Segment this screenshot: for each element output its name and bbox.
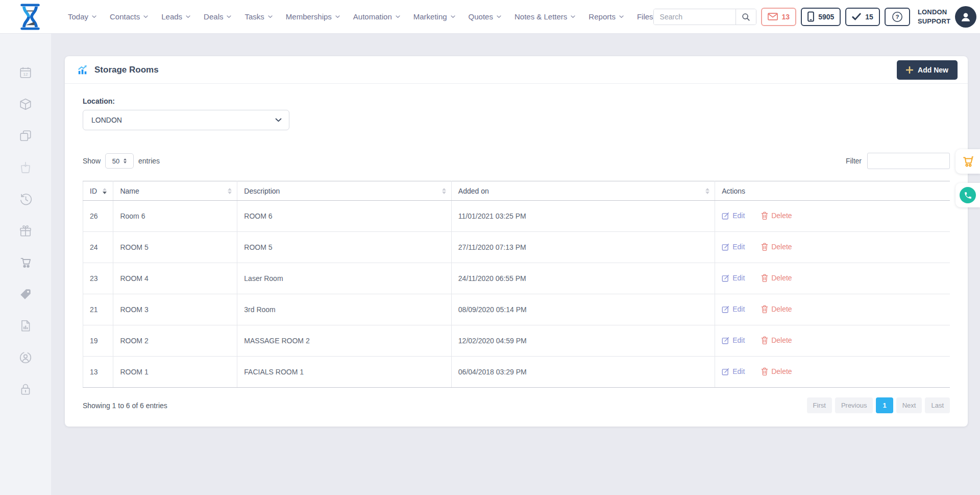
nav-item-reports[interactable]: Reports (589, 12, 624, 21)
left-sidebar: 12 (0, 34, 51, 495)
delete-button[interactable]: Delete (761, 211, 792, 220)
table-row: 19 ROOM 2 MASSAGE ROOM 2 12/02/2020 04:5… (83, 325, 950, 357)
check-icon (852, 13, 861, 20)
top-navbar: Today Contacts Leads Deals Tasks Members… (0, 0, 980, 34)
calls-badge[interactable]: 5905 (801, 8, 841, 26)
column-header-id[interactable]: ID (83, 181, 113, 201)
chevron-down-icon (227, 15, 231, 18)
cell-name: ROOM 3 (113, 294, 237, 325)
cell-added-on: 06/04/2018 03:29 PM (451, 357, 715, 388)
envelope-icon (768, 13, 778, 20)
cell-actions: Edit Delete (715, 201, 950, 232)
delete-button[interactable]: Delete (761, 367, 792, 375)
cell-actions: Edit Delete (715, 325, 950, 357)
sort-icon (442, 188, 446, 194)
cell-actions: Edit Delete (715, 294, 950, 325)
filter-input[interactable] (867, 153, 950, 169)
gift-icon[interactable] (19, 224, 32, 238)
cell-id: 13 (83, 357, 113, 388)
cell-added-on: 24/11/2020 06:55 PM (451, 263, 715, 294)
copy-icon[interactable] (19, 129, 32, 143)
global-search (653, 9, 756, 25)
cell-actions: Edit Delete (715, 263, 950, 294)
nav-item-leads[interactable]: Leads (161, 12, 190, 21)
calendar-icon[interactable]: 12 (19, 66, 32, 79)
report-icon[interactable] (19, 319, 32, 333)
lock-icon[interactable] (19, 383, 32, 396)
table-row: 26 Room 6 ROOM 6 11/01/2021 03:25 PM Edi… (83, 201, 950, 232)
nav-item-tasks[interactable]: Tasks (244, 12, 272, 21)
search-input[interactable] (654, 9, 736, 25)
nav-item-marketing[interactable]: Marketing (413, 12, 455, 21)
delete-button[interactable]: Delete (761, 336, 792, 344)
nav-item-memberships[interactable]: Memberships (286, 12, 340, 21)
nav-item-deals[interactable]: Deals (204, 12, 231, 21)
shopping-cart-fab[interactable] (955, 149, 980, 174)
history-icon[interactable] (19, 193, 32, 206)
edit-button[interactable]: Edit (722, 211, 745, 220)
cell-description: ROOM 6 (237, 201, 452, 232)
edit-button[interactable]: Edit (722, 274, 745, 282)
nav-item-notes-letters[interactable]: Notes & Letters (514, 12, 575, 21)
edit-button[interactable]: Edit (722, 367, 745, 375)
cell-name: ROOM 2 (113, 325, 237, 357)
chevron-down-icon (143, 15, 148, 18)
search-icon (741, 12, 750, 21)
bag-icon[interactable] (19, 161, 32, 174)
table-row: 13 ROOM 1 FACIALS ROOM 1 06/04/2018 03:2… (83, 357, 950, 388)
phone-fab[interactable] (955, 183, 980, 207)
tasks-badge[interactable]: 15 (845, 8, 880, 26)
delete-button[interactable]: Delete (761, 243, 792, 251)
add-new-button[interactable]: Add New (897, 60, 958, 80)
nav-item-today[interactable]: Today (68, 12, 96, 21)
cell-id: 19 (83, 325, 113, 357)
help-button[interactable]: ? (885, 8, 910, 26)
column-header-name[interactable]: Name (113, 181, 237, 201)
tag-icon[interactable] (19, 288, 32, 301)
cell-added-on: 08/09/2020 05:14 PM (451, 294, 715, 325)
svg-text:?: ? (895, 14, 899, 20)
table-row: 21 ROOM 3 3rd Room 08/09/2020 05:14 PM E… (83, 294, 950, 325)
edit-button[interactable]: Edit (722, 243, 745, 251)
edit-button[interactable]: Edit (722, 305, 745, 313)
cart-icon (961, 155, 974, 168)
location-select[interactable]: LONDON (83, 110, 289, 130)
chevron-down-icon (497, 15, 501, 18)
messages-count: 13 (782, 13, 790, 21)
search-button[interactable] (736, 9, 756, 25)
pagination-next[interactable]: Next (896, 397, 922, 413)
nav-item-quotes[interactable]: Quotes (469, 12, 501, 21)
cart-icon[interactable] (19, 256, 32, 269)
sort-icon (103, 188, 107, 194)
cell-name: ROOM 4 (113, 263, 237, 294)
calls-count: 5905 (818, 13, 834, 21)
cube-icon[interactable] (19, 98, 32, 111)
nav-item-contacts[interactable]: Contacts (110, 12, 148, 21)
page-title: Storage Rooms (77, 64, 159, 76)
delete-button[interactable]: Delete (761, 274, 792, 282)
column-header-added-on[interactable]: Added on (451, 181, 715, 201)
chevron-down-icon (275, 118, 282, 122)
chevron-down-icon (186, 15, 190, 18)
cell-description: ROOM 5 (237, 232, 452, 263)
cell-actions: Edit Delete (715, 232, 950, 263)
account-icon[interactable] (19, 351, 32, 364)
edit-icon (722, 212, 729, 220)
nav-item-automation[interactable]: Automation (353, 12, 400, 21)
nav-item-files[interactable]: Files (637, 12, 653, 21)
delete-button[interactable]: Delete (761, 305, 792, 313)
cell-added-on: 12/02/2020 04:59 PM (451, 325, 715, 357)
pagination-first[interactable]: First (807, 397, 832, 413)
user-avatar[interactable] (955, 6, 976, 28)
edit-button[interactable]: Edit (722, 336, 745, 344)
chevron-down-icon (92, 15, 96, 18)
page-length-select[interactable]: 50 (105, 153, 134, 169)
pagination-page-1[interactable]: 1 (876, 397, 893, 413)
main-content: Storage Rooms Add New Location: LONDON S… (51, 34, 980, 495)
column-header-description[interactable]: Description (237, 181, 452, 201)
pagination-last[interactable]: Last (925, 397, 950, 413)
pagination-previous[interactable]: Previous (835, 397, 873, 413)
app-logo-icon[interactable] (17, 4, 43, 30)
messages-badge[interactable]: 13 (761, 8, 797, 26)
person-icon (959, 10, 972, 23)
